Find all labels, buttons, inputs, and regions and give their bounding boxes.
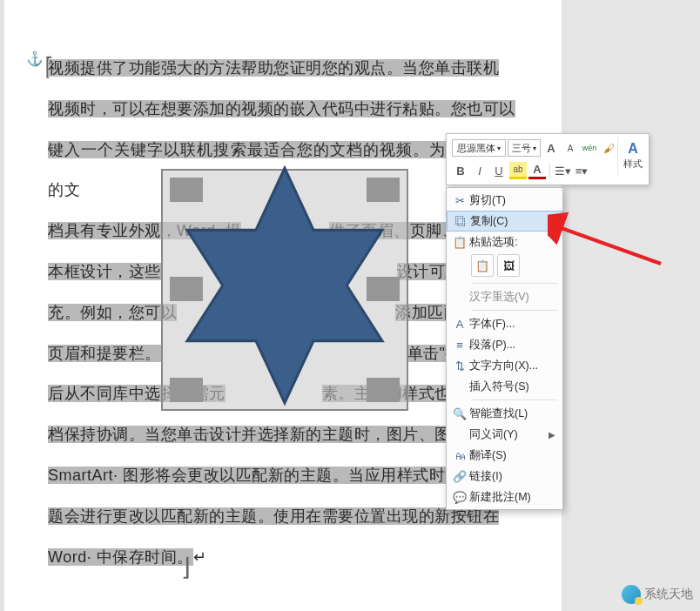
- font-color-button[interactable]: A: [528, 162, 546, 179]
- comment-icon: 💬: [450, 491, 469, 504]
- text-line[interactable]: 页眉和提要栏。: [48, 345, 161, 362]
- underline-button[interactable]: U: [490, 162, 508, 179]
- font-size-combo[interactable]: 三号▾: [508, 139, 541, 157]
- clipboard-icon: 📋: [450, 236, 469, 249]
- paste-keep-source-button[interactable]: 📋: [471, 254, 494, 277]
- format-painter-button[interactable]: 🖌: [600, 139, 617, 157]
- numbering-button[interactable]: ≡▾: [573, 162, 590, 179]
- translate-icon: 🗛: [450, 449, 469, 462]
- text-line[interactable]: 充。例如，您可以: [48, 304, 177, 321]
- paste-options-row: 📋 🖼: [447, 252, 562, 280]
- cut-icon: ✂: [450, 194, 469, 207]
- separator: [549, 163, 550, 178]
- menu-ime-reconvert[interactable]: 汉字重选(V): [447, 286, 562, 307]
- menu-copy[interactable]: ⿻ 复制(C): [447, 211, 562, 232]
- separator: [471, 310, 557, 311]
- italic-button[interactable]: I: [471, 162, 488, 179]
- font-name-combo[interactable]: 思源黑体▾: [452, 139, 506, 157]
- text-line[interactable]: 视频提供了功能强大的方法帮助您证明您的观点。当您单击联机: [48, 59, 499, 77]
- chevron-right-icon: ▶: [549, 430, 555, 440]
- menu-cut[interactable]: ✂ 剪切(T): [447, 190, 562, 211]
- copy-icon: ⿻: [451, 215, 470, 228]
- menu-font[interactable]: A 字体(F)...: [447, 313, 562, 334]
- text-line[interactable]: 键入一个关键字以联机搜索最适合您的文档的视频。为使您的文: [48, 141, 512, 158]
- watermark: 系统天地: [622, 585, 693, 604]
- font-icon: A: [450, 318, 469, 331]
- mini-toolbar: 思源黑体▾ 三号▾ A A wén 🖌 B I U ab A ☰▾ ≡▾ A 样…: [446, 133, 650, 185]
- paste-picture-button[interactable]: 🖼: [497, 254, 520, 277]
- text-line[interactable]: Word· 中保存时间。: [48, 548, 193, 566]
- menu-translate[interactable]: 🗛 翻译(S): [447, 445, 562, 466]
- search-icon: 🔍: [450, 407, 469, 420]
- text-line[interactable]: 视频时，可以在想要添加的视频的嵌入代码中进行粘贴。您也可以: [48, 100, 515, 118]
- menu-paragraph[interactable]: ≡ 段落(P)...: [447, 334, 562, 355]
- menu-new-comment[interactable]: 💬 新建批注(M): [447, 487, 562, 507]
- styles-icon: A: [628, 141, 638, 157]
- text-line[interactable]: 本框设计，这些: [48, 263, 161, 280]
- text-line[interactable]: 档保持协调。当您单击设计并选择新的主题时，图片、图表或: [48, 426, 483, 443]
- menu-paste-options-header: 📋 粘贴选项:: [447, 232, 562, 252]
- right-panel: [569, 0, 700, 611]
- menu-insert-symbol[interactable]: 插入符号(S): [447, 376, 562, 397]
- star-shape[interactable]: [172, 164, 398, 407]
- anchor-icon: ⚓: [26, 50, 44, 67]
- menu-link[interactable]: 🔗 链接(I): [447, 466, 562, 487]
- phonetic-guide-button[interactable]: wén: [581, 139, 598, 157]
- highlight-button[interactable]: ab: [509, 162, 527, 179]
- menu-text-direction[interactable]: ⇅ 文字方向(X)...: [447, 355, 562, 376]
- grow-font-button[interactable]: A: [542, 139, 560, 157]
- shape-canvas[interactable]: [161, 169, 408, 411]
- svg-marker-0: [187, 168, 382, 403]
- separator: [471, 283, 557, 284]
- watermark-globe-icon: [622, 585, 641, 604]
- text-line[interactable]: SmartArt· 图形将会更改以匹配新的主题。当应用样式时，您的标: [48, 467, 509, 484]
- styles-label: 样式: [623, 158, 643, 171]
- context-menu: ✂ 剪切(T) ⿻ 复制(C) 📋 粘贴选项: 📋 🖼 汉字重选(V) A 字体…: [446, 187, 563, 510]
- link-icon: 🔗: [450, 470, 469, 483]
- bold-button[interactable]: B: [452, 162, 469, 179]
- text-line[interactable]: 题会进行更改以匹配新的主题。使用在需要位置出现的新按钮在: [48, 507, 499, 525]
- menu-synonyms[interactable]: 同义词(Y) ▶: [447, 424, 562, 445]
- shrink-font-button[interactable]: A: [562, 139, 579, 157]
- paragraph-icon: ≡: [450, 339, 469, 352]
- menu-smart-lookup[interactable]: 🔍 智能查找(L): [447, 403, 562, 424]
- bullets-button[interactable]: ☰▾: [554, 162, 571, 179]
- selection-bracket-right: ⌋: [181, 553, 191, 581]
- separator: [471, 400, 557, 400]
- styles-button[interactable]: A 样式: [617, 137, 643, 175]
- text-direction-icon: ⇅: [450, 359, 469, 373]
- watermark-text: 系统天地: [644, 587, 693, 602]
